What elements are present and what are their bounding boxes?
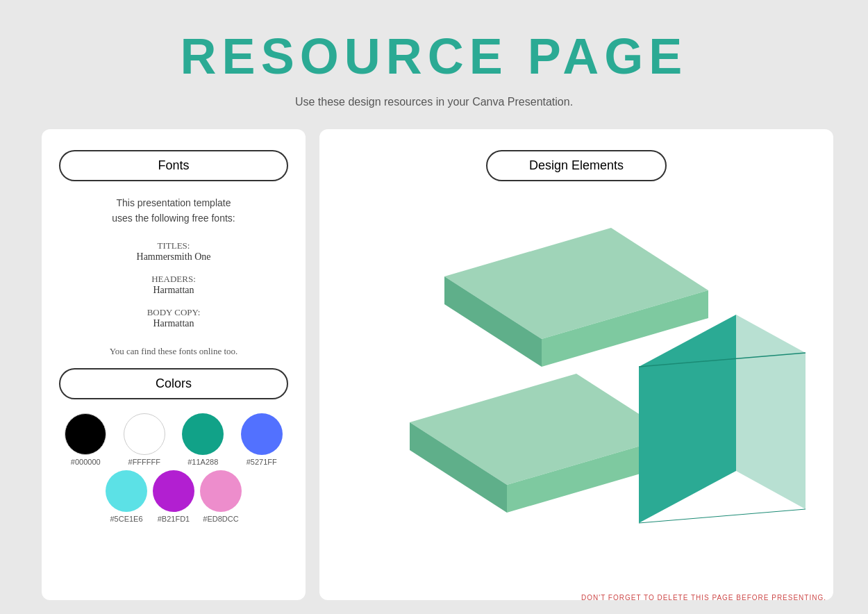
shape-prism-right <box>736 315 806 509</box>
color-circle-teal <box>182 413 224 455</box>
find-fonts-text: You can find these fonts online too. <box>110 346 238 357</box>
font-name-headers: Harmattan <box>151 285 196 296</box>
design-elements-svg <box>340 207 812 568</box>
shape-prism-left <box>639 315 736 523</box>
color-circle-cyan <box>106 470 147 512</box>
color-grid-row2: #5CE1E6 #B21FD1 #ED8DCC <box>106 470 242 523</box>
font-label-titles: TITLES: <box>137 240 211 251</box>
font-group-body: BODY COPY: Harmattan <box>147 307 201 329</box>
font-name-body: Harmattan <box>147 318 201 329</box>
color-hex-pink: #ED8DCC <box>203 515 238 523</box>
color-grid-row1: #000000 #FFFFFF #11A288 #5271FF <box>59 413 288 466</box>
font-label-body: BODY COPY: <box>147 307 201 318</box>
color-circle-pink <box>200 470 242 512</box>
color-item-purple: #B21FD1 <box>153 470 194 523</box>
color-item-teal: #11A288 <box>182 413 224 466</box>
color-hex-black: #000000 <box>71 458 101 466</box>
color-hex-cyan: #5CE1E6 <box>110 515 142 523</box>
colors-section: Colors #000000 #FFFFFF #11A288 <box>59 368 288 523</box>
footer-note: DON'T FORGET TO DELETE THIS PAGE BEFORE … <box>581 594 826 601</box>
color-hex-white: #FFFFFF <box>128 458 160 466</box>
shape-prism-base <box>639 509 806 523</box>
color-hex-teal: #11A288 <box>187 458 218 466</box>
right-panel: Design Elements <box>319 129 833 600</box>
color-item-white: #FFFFFF <box>124 413 165 466</box>
left-panel: Fonts This presentation template uses th… <box>42 129 306 600</box>
color-item-pink: #ED8DCC <box>200 470 242 523</box>
color-item-blue: #5271FF <box>241 413 283 466</box>
page-wrapper: RESOURCE PAGE Use these design resources… <box>0 0 868 614</box>
color-item-black: #000000 <box>65 413 106 466</box>
content-area: Fonts This presentation template uses th… <box>42 129 826 600</box>
font-group-headers: HEADERS: Harmattan <box>151 274 196 296</box>
page-title: RESOURCE PAGE <box>181 28 688 85</box>
color-circle-blue <box>241 413 283 455</box>
font-group-titles: TITLES: Hammersmith One <box>137 240 211 263</box>
color-circle-purple <box>153 470 194 512</box>
color-hex-purple: #B21FD1 <box>158 515 190 523</box>
color-item-cyan: #5CE1E6 <box>106 470 147 523</box>
fonts-intro: This presentation template uses the foll… <box>112 195 235 226</box>
design-elements-area <box>340 195 812 579</box>
design-elements-header: Design Elements <box>486 150 667 181</box>
font-name-titles: Hammersmith One <box>137 251 211 263</box>
page-subtitle: Use these design resources in your Canva… <box>295 96 573 108</box>
colors-header: Colors <box>59 368 288 399</box>
font-label-headers: HEADERS: <box>151 274 196 285</box>
color-circle-black <box>65 413 106 455</box>
color-hex-blue: #5271FF <box>247 458 277 466</box>
fonts-header: Fonts <box>59 150 288 181</box>
color-circle-white <box>124 413 165 455</box>
